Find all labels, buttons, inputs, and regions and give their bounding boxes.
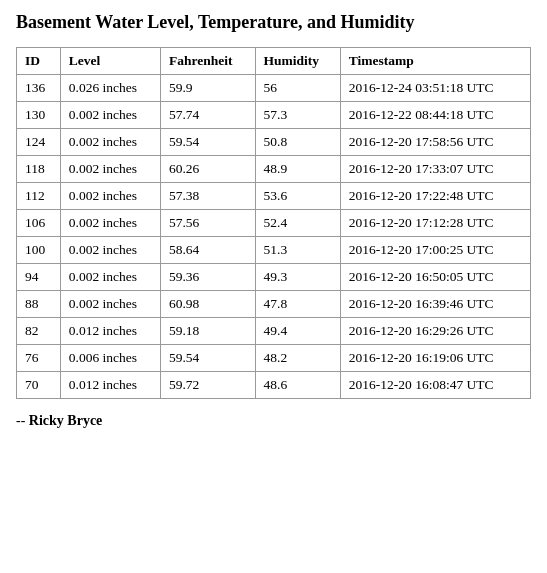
table-cell-id: 100 [17, 237, 61, 264]
table-cell-humidity: 48.9 [255, 156, 340, 183]
table-cell-id: 70 [17, 372, 61, 399]
table-cell-id: 130 [17, 102, 61, 129]
table-cell-humidity: 52.4 [255, 210, 340, 237]
table-cell-level: 0.026 inches [60, 75, 160, 102]
table-cell-timestamp: 2016-12-22 08:44:18 UTC [340, 102, 530, 129]
table-cell-timestamp: 2016-12-20 16:39:46 UTC [340, 291, 530, 318]
table-row: 1180.002 inches60.2648.92016-12-20 17:33… [17, 156, 531, 183]
table-cell-level: 0.012 inches [60, 318, 160, 345]
table-cell-humidity: 51.3 [255, 237, 340, 264]
page-title: Basement Water Level, Temperature, and H… [16, 12, 531, 33]
table-cell-fahrenheit: 59.54 [160, 129, 255, 156]
table-row: 1240.002 inches59.5450.82016-12-20 17:58… [17, 129, 531, 156]
table-cell-id: 124 [17, 129, 61, 156]
table-cell-timestamp: 2016-12-20 17:22:48 UTC [340, 183, 530, 210]
table-cell-fahrenheit: 60.98 [160, 291, 255, 318]
table-cell-fahrenheit: 59.18 [160, 318, 255, 345]
table-cell-fahrenheit: 59.36 [160, 264, 255, 291]
table-cell-fahrenheit: 59.54 [160, 345, 255, 372]
table-cell-id: 106 [17, 210, 61, 237]
data-table: IDLevelFahrenheitHumidityTimestamp 1360.… [16, 47, 531, 399]
table-cell-humidity: 48.6 [255, 372, 340, 399]
attribution: -- Ricky Bryce [16, 413, 531, 429]
table-row: 880.002 inches60.9847.82016-12-20 16:39:… [17, 291, 531, 318]
table-cell-timestamp: 2016-12-20 16:29:26 UTC [340, 318, 530, 345]
table-cell-timestamp: 2016-12-20 17:00:25 UTC [340, 237, 530, 264]
table-row: 1120.002 inches57.3853.62016-12-20 17:22… [17, 183, 531, 210]
table-cell-level: 0.002 inches [60, 102, 160, 129]
table-row: 700.012 inches59.7248.62016-12-20 16:08:… [17, 372, 531, 399]
table-cell-id: 118 [17, 156, 61, 183]
table-cell-level: 0.012 inches [60, 372, 160, 399]
table-row: 1000.002 inches58.6451.32016-12-20 17:00… [17, 237, 531, 264]
table-row: 1300.002 inches57.7457.32016-12-22 08:44… [17, 102, 531, 129]
table-cell-level: 0.002 inches [60, 210, 160, 237]
table-row: 940.002 inches59.3649.32016-12-20 16:50:… [17, 264, 531, 291]
table-cell-humidity: 57.3 [255, 102, 340, 129]
table-header-fahrenheit: Fahrenheit [160, 48, 255, 75]
table-row: 1360.026 inches59.9562016-12-24 03:51:18… [17, 75, 531, 102]
table-header-humidity: Humidity [255, 48, 340, 75]
table-cell-humidity: 49.4 [255, 318, 340, 345]
table-cell-id: 94 [17, 264, 61, 291]
table-cell-level: 0.002 inches [60, 156, 160, 183]
table-cell-id: 88 [17, 291, 61, 318]
table-cell-level: 0.006 inches [60, 345, 160, 372]
table-cell-id: 136 [17, 75, 61, 102]
table-cell-id: 82 [17, 318, 61, 345]
table-row: 1060.002 inches57.5652.42016-12-20 17:12… [17, 210, 531, 237]
table-cell-humidity: 47.8 [255, 291, 340, 318]
table-cell-level: 0.002 inches [60, 183, 160, 210]
table-cell-timestamp: 2016-12-20 16:50:05 UTC [340, 264, 530, 291]
attribution-prefix: -- [16, 413, 29, 428]
table-header-row: IDLevelFahrenheitHumidityTimestamp [17, 48, 531, 75]
table-cell-humidity: 53.6 [255, 183, 340, 210]
table-cell-fahrenheit: 57.38 [160, 183, 255, 210]
table-cell-timestamp: 2016-12-20 16:19:06 UTC [340, 345, 530, 372]
attribution-author: Ricky Bryce [29, 413, 102, 428]
table-cell-timestamp: 2016-12-20 17:12:28 UTC [340, 210, 530, 237]
table-cell-humidity: 48.2 [255, 345, 340, 372]
table-header-timestamp: Timestamp [340, 48, 530, 75]
table-cell-humidity: 49.3 [255, 264, 340, 291]
table-cell-fahrenheit: 58.64 [160, 237, 255, 264]
table-cell-level: 0.002 inches [60, 237, 160, 264]
table-cell-humidity: 56 [255, 75, 340, 102]
table-cell-humidity: 50.8 [255, 129, 340, 156]
table-cell-fahrenheit: 60.26 [160, 156, 255, 183]
table-cell-id: 112 [17, 183, 61, 210]
table-cell-timestamp: 2016-12-20 16:08:47 UTC [340, 372, 530, 399]
table-cell-fahrenheit: 57.74 [160, 102, 255, 129]
table-cell-level: 0.002 inches [60, 291, 160, 318]
table-cell-timestamp: 2016-12-20 17:33:07 UTC [340, 156, 530, 183]
table-header-id: ID [17, 48, 61, 75]
table-cell-fahrenheit: 59.72 [160, 372, 255, 399]
table-cell-id: 76 [17, 345, 61, 372]
table-header-level: Level [60, 48, 160, 75]
table-cell-timestamp: 2016-12-24 03:51:18 UTC [340, 75, 530, 102]
table-cell-level: 0.002 inches [60, 129, 160, 156]
table-cell-fahrenheit: 57.56 [160, 210, 255, 237]
table-cell-fahrenheit: 59.9 [160, 75, 255, 102]
table-row: 820.012 inches59.1849.42016-12-20 16:29:… [17, 318, 531, 345]
table-row: 760.006 inches59.5448.22016-12-20 16:19:… [17, 345, 531, 372]
table-cell-timestamp: 2016-12-20 17:58:56 UTC [340, 129, 530, 156]
table-cell-level: 0.002 inches [60, 264, 160, 291]
